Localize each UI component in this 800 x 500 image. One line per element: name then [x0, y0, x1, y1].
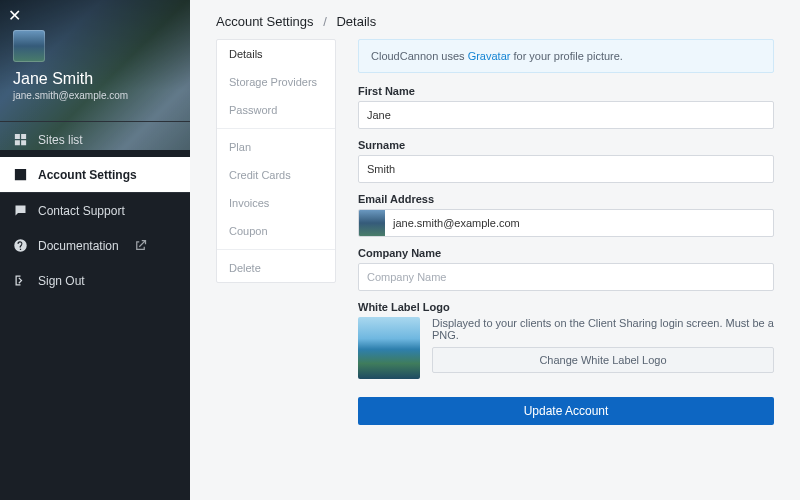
change-logo-button[interactable]: Change White Label Logo: [432, 347, 774, 373]
settings-subnav: Details Storage Providers Password Plan …: [216, 39, 336, 283]
email-row: jane.smith@example.com: [358, 209, 774, 237]
sidebar-item-sign-out[interactable]: Sign Out: [0, 263, 190, 298]
white-label-logo-thumb: [358, 317, 420, 379]
sidebar-item-label: Sign Out: [38, 274, 85, 288]
subnav-item-invoices[interactable]: Invoices: [217, 189, 335, 217]
breadcrumb: Account Settings / Details: [190, 0, 800, 39]
email-avatar: [359, 210, 385, 236]
subnav-item-delete[interactable]: Delete: [217, 254, 335, 282]
logo-hint: Displayed to your clients on the Client …: [432, 317, 774, 341]
sidebar-item-account-settings[interactable]: Account Settings: [0, 157, 190, 192]
gravatar-link[interactable]: Gravatar: [468, 50, 511, 62]
user-info: Jane Smith jane.smith@example.com: [0, 0, 190, 113]
grid-icon: [13, 132, 28, 147]
company-input[interactable]: [358, 263, 774, 291]
surname-label: Surname: [358, 139, 774, 151]
sidebar-item-label: Sites list: [38, 133, 83, 147]
sidebar-nav: Sites list Account Settings Contact Supp…: [0, 121, 190, 298]
breadcrumb-leaf: Details: [336, 14, 376, 29]
first-name-input[interactable]: [358, 101, 774, 129]
external-link-icon: [133, 238, 148, 253]
gravatar-notice: CloudCannon uses Gravatar for your profi…: [358, 39, 774, 73]
user-email: jane.smith@example.com: [13, 90, 177, 101]
subnav-item-password[interactable]: Password: [217, 96, 335, 124]
first-name-label: First Name: [358, 85, 774, 97]
signout-icon: [13, 273, 28, 288]
email-value: jane.smith@example.com: [385, 210, 773, 236]
sidebar-item-sites-list[interactable]: Sites list: [0, 122, 190, 157]
company-label: Company Name: [358, 247, 774, 259]
subnav-item-details[interactable]: Details: [217, 40, 335, 68]
email-label: Email Address: [358, 193, 774, 205]
update-account-button[interactable]: Update Account: [358, 397, 774, 425]
sidebar-item-label: Account Settings: [38, 168, 137, 182]
chat-icon: [13, 203, 28, 218]
main: Account Settings / Details Details Stora…: [190, 0, 800, 500]
subnav-item-credit-cards[interactable]: Credit Cards: [217, 161, 335, 189]
breadcrumb-root: Account Settings: [216, 14, 314, 29]
sidebar: ✕ Jane Smith jane.smith@example.com Site…: [0, 0, 190, 500]
help-icon: [13, 238, 28, 253]
subnav-item-coupon[interactable]: Coupon: [217, 217, 335, 245]
breadcrumb-sep: /: [317, 14, 333, 29]
sidebar-item-contact-support[interactable]: Contact Support: [0, 193, 190, 228]
user-box-icon: [13, 167, 28, 182]
user-name: Jane Smith: [13, 70, 177, 88]
sidebar-item-label: Documentation: [38, 239, 119, 253]
surname-input[interactable]: [358, 155, 774, 183]
sidebar-item-documentation[interactable]: Documentation: [0, 228, 190, 263]
sidebar-item-label: Contact Support: [38, 204, 125, 218]
details-panel: CloudCannon uses Gravatar for your profi…: [358, 39, 774, 474]
subnav-item-plan[interactable]: Plan: [217, 133, 335, 161]
subnav-item-storage-providers[interactable]: Storage Providers: [217, 68, 335, 96]
logo-label: White Label Logo: [358, 301, 774, 313]
